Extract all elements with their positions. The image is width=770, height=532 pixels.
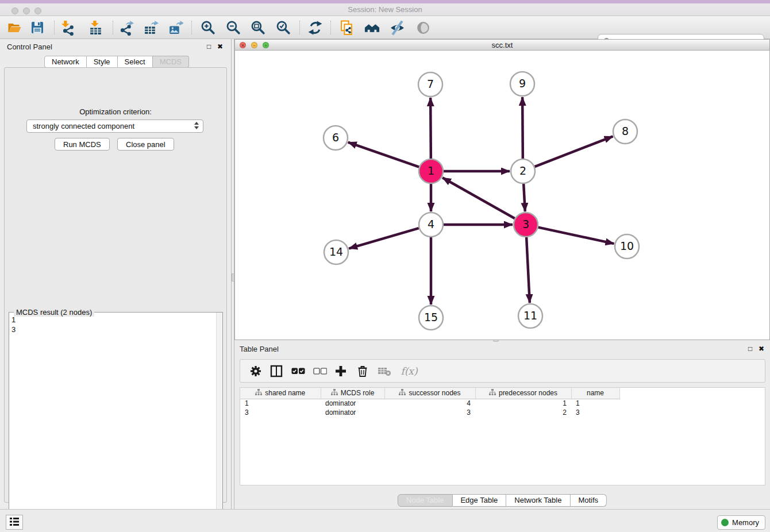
close-table-panel-icon[interactable]: ✖ [759, 345, 764, 353]
graph-edge-3-1[interactable] [442, 178, 515, 218]
run-mcds-button[interactable]: Run MCDS [55, 138, 110, 151]
zoom-out-button[interactable] [223, 19, 242, 36]
tab-node-table[interactable]: Node Table [398, 494, 453, 507]
toolbar-separator [54, 21, 55, 34]
application-window: Session: New Session [0, 0, 770, 532]
svg-text:15: 15 [424, 311, 438, 323]
graph-edge-2-9[interactable] [522, 97, 523, 159]
delete-table-button-disabled[interactable] [376, 363, 393, 379]
zoom-selected-icon [275, 20, 291, 36]
graph-node-7[interactable]: 7 [418, 72, 442, 97]
float-panel-icon[interactable]: □ [207, 43, 211, 51]
node-table: shared name MCDS role successor nodes pr… [240, 387, 765, 485]
close-panel-icon[interactable]: ✖ [217, 43, 223, 51]
graph-node-8[interactable]: 8 [613, 119, 637, 144]
column-header-successor-nodes[interactable]: successor nodes [384, 388, 475, 399]
export-image-button[interactable] [165, 19, 185, 36]
select-all-button[interactable] [290, 363, 307, 379]
graph-node-6[interactable]: 6 [324, 126, 348, 150]
graph-edge-2-3[interactable] [523, 184, 525, 211]
list-icon [9, 516, 20, 527]
tab-motifs[interactable]: Motifs [570, 494, 607, 507]
result-scrollbar[interactable] [216, 313, 222, 529]
column-type-icon [331, 389, 338, 396]
graph-edge-1-6[interactable] [348, 142, 419, 167]
graph-node-4[interactable]: 4 [419, 213, 443, 237]
mcds-result-text[interactable]: 1 3 [11, 315, 214, 334]
tab-select[interactable]: Select [118, 56, 153, 68]
import-network-button[interactable] [58, 19, 78, 36]
graph-node-2[interactable]: 2 [511, 159, 535, 183]
create-column-button[interactable] [332, 363, 349, 379]
graphics-details-disabled-button[interactable] [413, 19, 433, 36]
tab-style[interactable]: Style [87, 56, 118, 68]
table-settings-button[interactable] [247, 363, 264, 379]
control-panel-tabs: Network Style Select MCDS [44, 56, 189, 68]
task-history-button[interactable] [6, 515, 23, 530]
criterion-dropdown[interactable]: strongly connected component [26, 119, 203, 133]
save-session-button[interactable] [28, 19, 47, 36]
graph-edge-3-11[interactable] [526, 237, 530, 303]
unchecked-boxes-icon [313, 367, 327, 375]
column-header-predecessor-nodes[interactable]: predecessor nodes [475, 388, 571, 399]
main-toolbar [0, 16, 770, 39]
graph-node-9[interactable]: 9 [510, 72, 534, 96]
column-header-shared-name[interactable]: shared name [240, 388, 321, 399]
control-panel-title: Control Panel [7, 43, 52, 51]
delete-column-button[interactable] [354, 363, 371, 379]
open-from-ndex-button[interactable] [337, 19, 356, 36]
float-table-panel-icon[interactable]: □ [748, 345, 752, 353]
zoom-in-button[interactable] [198, 19, 217, 36]
function-builder-button-disabled[interactable]: f(x) [398, 363, 421, 379]
graph-edge-4-14[interactable] [349, 228, 419, 248]
graph-node-3[interactable]: 3 [514, 213, 538, 237]
columns-icon [270, 365, 283, 377]
export-network-button[interactable] [116, 19, 136, 36]
ndex-home-button[interactable] [362, 19, 382, 36]
import-table-button[interactable] [86, 19, 105, 36]
toggle-column-panel-button[interactable] [268, 363, 285, 379]
open-session-button[interactable] [5, 19, 24, 36]
column-type-icon [255, 389, 262, 396]
close-panel-button[interactable]: Close panel [117, 138, 174, 151]
zoom-selected-button[interactable] [273, 19, 292, 36]
table-row[interactable]: 3 dominator 3 2 3 [240, 408, 619, 417]
tab-mcds[interactable]: MCDS [153, 56, 189, 68]
export-table-icon [143, 20, 159, 36]
graph-node-10[interactable]: 10 [615, 234, 639, 259]
graph-edge-2-8[interactable] [535, 136, 613, 167]
graph-edge-1-7[interactable] [430, 98, 431, 159]
criterion-value: strongly connected component [33, 122, 134, 130]
zoom-fit-icon [250, 20, 265, 36]
hide-graphics-details-button[interactable] [387, 19, 407, 36]
mcds-panel: Optimization criterion: strongly connect… [4, 67, 227, 503]
column-header-mcds-role[interactable]: MCDS role [321, 388, 384, 399]
tab-network-table[interactable]: Network Table [506, 494, 570, 507]
graph-node-15[interactable]: 15 [419, 306, 443, 330]
graph-node-14[interactable]: 14 [324, 240, 348, 264]
window-title: Session: New Session [0, 5, 770, 14]
network-graph[interactable]: 7968124314101511 [235, 51, 769, 340]
tab-edge-table[interactable]: Edge Table [452, 494, 506, 507]
svg-text:4: 4 [428, 218, 434, 230]
export-table-button[interactable] [141, 19, 160, 36]
table-tabs: Node Table Edge Table Network Table Moti… [398, 494, 607, 507]
graph-node-11[interactable]: 11 [518, 304, 542, 328]
node-table-grid: shared name MCDS role successor nodes pr… [240, 388, 620, 417]
table-header-row: shared name MCDS role successor nodes pr… [240, 388, 619, 399]
memory-button[interactable]: Memory [717, 515, 765, 530]
zoom-fit-button[interactable] [248, 19, 267, 36]
table-row[interactable]: 1 dominator 4 1 1 [240, 399, 619, 408]
graph-edge-3-10[interactable] [538, 228, 614, 244]
graph-node-1[interactable]: 1 [419, 159, 443, 183]
checked-boxes-icon [291, 367, 305, 375]
deselect-all-button[interactable] [311, 363, 329, 379]
memory-status-icon [721, 519, 729, 526]
column-header-name[interactable]: name [571, 388, 619, 399]
tab-network[interactable]: Network [44, 56, 87, 68]
table-toolbar: f(x) [240, 359, 765, 383]
network-canvas[interactable]: 7968124314101511 [235, 51, 769, 340]
apply-layout-button[interactable] [305, 19, 325, 36]
gray-eye-icon [415, 20, 431, 36]
svg-text:9: 9 [519, 77, 526, 90]
